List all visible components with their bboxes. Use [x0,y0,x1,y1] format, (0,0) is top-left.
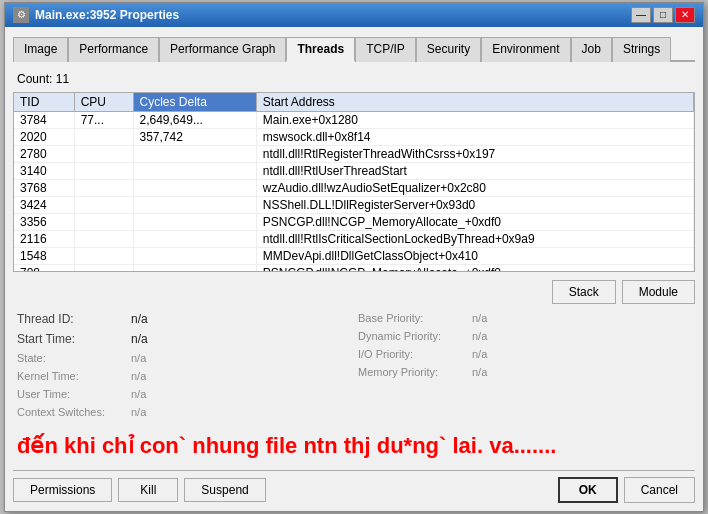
cell-address: NSShell.DLL!DllRegisterServer+0x93d0 [256,196,693,213]
divider [13,470,695,471]
thread-table: TID CPU Cycles Delta Start Address 3784 … [14,93,694,272]
tab-tcpip[interactable]: TCP/IP [355,37,416,62]
cell-tid: 1548 [14,247,74,264]
table-row[interactable]: 3424 NSShell.DLL!DllRegisterServer+0x93d… [14,196,694,213]
kernel-time-row: Kernel Time: n/a [13,368,354,384]
ok-button[interactable]: OK [558,477,618,503]
cell-address: PSNCGP.dll!NCGP_MemoryAllocate_+0xdf0 [256,264,693,272]
dynamic-priority-label: Dynamic Priority: [358,330,468,342]
memory-priority-value: n/a [472,366,487,378]
cell-tid: 3140 [14,162,74,179]
cell-address: mswsock.dll+0x8f14 [256,128,693,145]
permissions-button[interactable]: Permissions [13,478,112,502]
table-row[interactable]: 2116 ntdll.dll!RtlIsCriticalSectionLocke… [14,230,694,247]
cell-address: wzAudio.dll!wzAudioSetEqualizer+0x2c80 [256,179,693,196]
cell-address: ntdll.dll!RtlRegisterThreadWithCsrss+0x1… [256,145,693,162]
table-row[interactable]: 708 PSNCGP.dll!NCGP_MemoryAllocate_+0xdf… [14,264,694,272]
user-time-row: User Time: n/a [13,386,354,402]
table-row[interactable]: 3784 77... 2,649,649... Main.exe+0x1280 [14,111,694,128]
cell-tid: 3356 [14,213,74,230]
tab-strings[interactable]: Strings [612,37,671,62]
info-col-right: Base Priority: n/a Dynamic Priority: n/a… [354,310,695,420]
cell-cpu: 77... [74,111,133,128]
col-cycles[interactable]: Cycles Delta [133,93,256,112]
dialog-buttons: OK Cancel [558,477,695,503]
kill-button[interactable]: Kill [118,478,178,502]
stack-module-bar: Stack Module [13,280,695,304]
cell-tid: 3424 [14,196,74,213]
cell-cpu [74,145,133,162]
state-label: State: [17,352,127,364]
thread-id-label: Thread ID: [17,312,127,326]
stack-button[interactable]: Stack [552,280,616,304]
thread-info-grid: Thread ID: n/a Start Time: n/a State: n/… [13,310,695,420]
cell-cycles [133,179,256,196]
cell-cpu [74,162,133,179]
cell-cpu [74,247,133,264]
cell-address: MMDevApi.dll!DllGetClassObject+0x410 [256,247,693,264]
cell-address: Main.exe+0x1280 [256,111,693,128]
table-row[interactable]: 2020 357,742 mswsock.dll+0x8f14 [14,128,694,145]
count-value: 11 [56,72,69,86]
close-button[interactable]: ✕ [675,7,695,23]
main-window: ⚙ Main.exe:3952 Properties — □ ✕ Image P… [4,2,704,513]
tab-environment[interactable]: Environment [481,37,570,62]
table-row[interactable]: 3140 ntdll.dll!RtlUserThreadStart [14,162,694,179]
cell-cycles [133,213,256,230]
window-title: Main.exe:3952 Properties [35,8,179,22]
cell-cpu [74,196,133,213]
dynamic-priority-row: Dynamic Priority: n/a [354,328,695,344]
col-address[interactable]: Start Address [256,93,693,112]
cell-cycles: 357,742 [133,128,256,145]
minimize-button[interactable]: — [631,7,651,23]
tab-performance[interactable]: Performance [68,37,159,62]
cell-tid: 2780 [14,145,74,162]
thread-table-container[interactable]: TID CPU Cycles Delta Start Address 3784 … [13,92,695,272]
memory-priority-label: Memory Priority: [358,366,468,378]
cell-cpu [74,128,133,145]
cell-cpu [74,179,133,196]
tab-image[interactable]: Image [13,37,68,62]
cell-cycles: 2,649,649... [133,111,256,128]
context-switches-label: Context Switches: [17,406,127,418]
cell-tid: 708 [14,264,74,272]
tab-threads[interactable]: Threads [286,37,355,62]
maximize-button[interactable]: □ [653,7,673,23]
cell-tid: 3784 [14,111,74,128]
table-row[interactable]: 1548 MMDevApi.dll!DllGetClassObject+0x41… [14,247,694,264]
tab-bar: Image Performance Performance Graph Thre… [13,35,695,62]
cell-cpu [74,230,133,247]
col-cpu[interactable]: CPU [74,93,133,112]
io-priority-label: I/O Priority: [358,348,468,360]
io-priority-value: n/a [472,348,487,360]
suspend-button[interactable]: Suspend [184,478,265,502]
cell-cycles [133,264,256,272]
tab-job[interactable]: Job [571,37,612,62]
base-priority-value: n/a [472,312,487,324]
cell-cycles [133,247,256,264]
table-row[interactable]: 3768 wzAudio.dll!wzAudioSetEqualizer+0x2… [14,179,694,196]
start-time-value: n/a [131,332,148,346]
cell-address: PSNCGP.dll!NCGP_MemoryAllocate_+0xdf0 [256,213,693,230]
count-row: Count: 11 [13,70,695,88]
module-button[interactable]: Module [622,280,695,304]
base-priority-label: Base Priority: [358,312,468,324]
io-priority-row: I/O Priority: n/a [354,346,695,362]
action-buttons: Permissions Kill Suspend [13,478,266,502]
cell-tid: 2020 [14,128,74,145]
cancel-button[interactable]: Cancel [624,477,695,503]
tab-security[interactable]: Security [416,37,481,62]
table-row[interactable]: 3356 PSNCGP.dll!NCGP_MemoryAllocate_+0xd… [14,213,694,230]
cell-cycles [133,230,256,247]
cell-cpu [74,213,133,230]
memory-priority-row: Memory Priority: n/a [354,364,695,380]
context-switches-value: n/a [131,406,146,418]
overlay-text: đến khi chỉ con` nhung file ntn thj du*n… [13,428,695,465]
user-time-value: n/a [131,388,146,400]
context-switches-row: Context Switches: n/a [13,404,354,420]
col-tid[interactable]: TID [14,93,74,112]
state-row: State: n/a [13,350,354,366]
table-row[interactable]: 2780 ntdll.dll!RtlRegisterThreadWithCsrs… [14,145,694,162]
cell-cycles [133,162,256,179]
tab-performance-graph[interactable]: Performance Graph [159,37,286,62]
